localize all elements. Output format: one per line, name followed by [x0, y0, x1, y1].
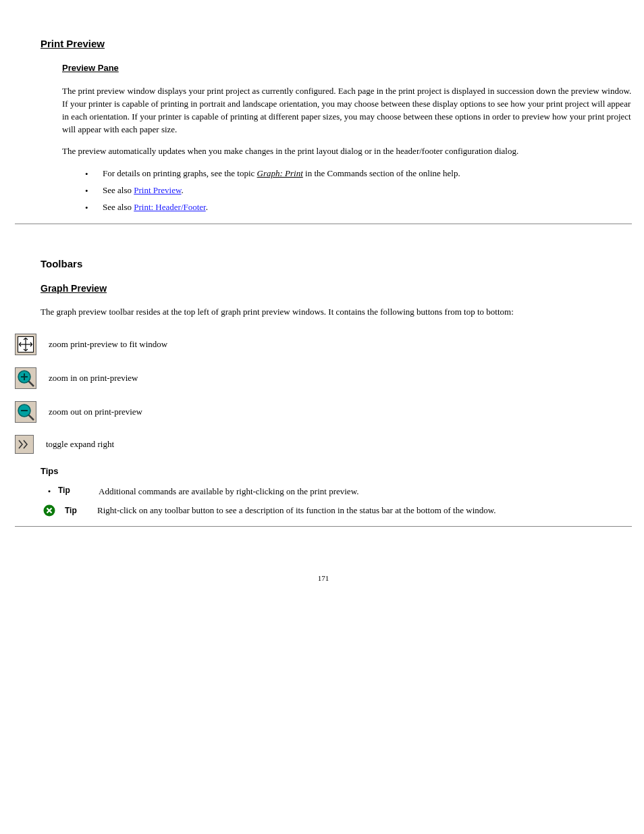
bullet-suffix: in the Commands section of the online he… — [303, 168, 460, 178]
divider — [15, 526, 632, 527]
bullet-suffix: . — [182, 185, 184, 195]
bullet-prefix: For details on printing graphs, see the … — [103, 168, 257, 178]
bullet-item-3: • See also Print: Header/Footer. — [85, 201, 632, 214]
icon-label-toggle-expand: toggle expand right — [46, 439, 632, 450]
zoom-to-fit-icon[interactable] — [15, 334, 36, 355]
bullet-dot: • — [41, 486, 58, 497]
paragraph-2: The preview automatically updates when y… — [62, 145, 632, 158]
svg-line-5 — [29, 381, 34, 386]
zoom-in-icon[interactable] — [15, 367, 36, 389]
subsection-graph-preview: Graph Preview — [41, 283, 632, 294]
bullet-suffix: . — [206, 202, 208, 212]
tips-heading: Tips — [41, 466, 632, 476]
bullet-dot: • — [85, 184, 103, 197]
zoom-out-icon[interactable] — [15, 401, 36, 423]
icon-label-zoom-in: zoom in on print-preview — [49, 373, 632, 384]
section-title-toolbars: Toolbars — [41, 258, 632, 269]
tip-label: Tip — [65, 506, 97, 515]
link-print-preview[interactable]: Print Preview — [134, 185, 181, 195]
paragraph-1: The print preview window displays your p… — [62, 85, 632, 136]
svg-line-8 — [29, 415, 34, 420]
close-tip-icon[interactable] — [41, 504, 58, 517]
bullet-dot: • — [85, 201, 103, 213]
intro-paragraph: The graph preview toolbar resides at the… — [41, 306, 632, 319]
bullet-dot: • — [85, 167, 103, 180]
tip-label: Tip — [58, 486, 99, 495]
subsection-preview-pane: Preview Pane — [62, 63, 632, 73]
link-print-header-footer[interactable]: Print: Header/Footer — [134, 202, 206, 212]
bullet-item-1: • For details on printing graphs, see th… — [85, 167, 632, 180]
icon-label-zoom-out: zoom out on print-preview — [49, 407, 632, 417]
bullet-prefix: See also — [103, 202, 134, 212]
toggle-expand-icon[interactable] — [15, 435, 34, 454]
tip-text-1: Additional commands are available by rig… — [99, 486, 632, 498]
icon-label-zoom-fit: zoom print-preview to fit window — [49, 339, 632, 350]
divider — [15, 224, 632, 224]
bullet-prefix: See also — [103, 185, 134, 195]
section-title-print-preview: Print Preview — [41, 38, 632, 49]
bullet-item-2: • See also Print Preview. — [85, 184, 632, 197]
page-number: 171 — [15, 574, 632, 582]
tip-text-2: Right-click on any toolbar button to see… — [97, 504, 632, 517]
link-graph-print[interactable]: Graph: Print — [257, 168, 303, 178]
body-text-block: The print preview window displays your p… — [62, 85, 632, 158]
